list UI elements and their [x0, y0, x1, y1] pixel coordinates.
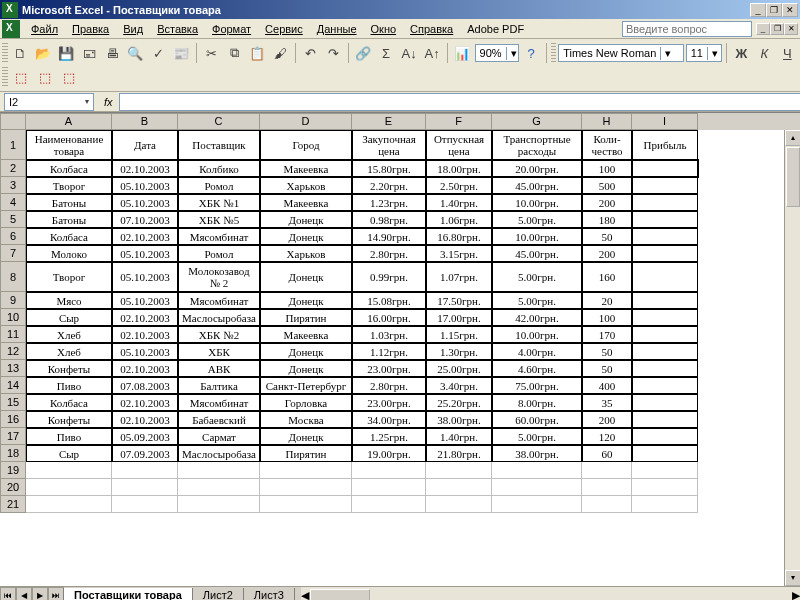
data-cell[interactable]: 75.00грн. [492, 377, 582, 394]
data-cell[interactable]: 60 [582, 445, 632, 462]
data-cell[interactable]: 05.09.2003 [112, 428, 178, 445]
pdf-convert-button[interactable]: ⬚ [10, 66, 32, 88]
maximize-button[interactable]: ❐ [766, 3, 782, 17]
prev-sheet-button[interactable]: ◀ [16, 587, 32, 600]
data-cell[interactable]: 20 [582, 292, 632, 309]
row-header[interactable]: 10 [0, 309, 26, 326]
data-cell[interactable]: 02.10.2003 [112, 326, 178, 343]
data-cell[interactable] [632, 228, 698, 245]
menu-tools[interactable]: Сервис [258, 21, 310, 37]
empty-cell[interactable] [582, 462, 632, 479]
data-cell[interactable]: Мясомбинат [178, 394, 260, 411]
header-cell[interactable]: Отпускная цена [426, 130, 492, 160]
next-sheet-button[interactable]: ▶ [32, 587, 48, 600]
data-cell[interactable]: 02.10.2003 [112, 411, 178, 428]
data-cell[interactable]: 1.12грн. [352, 343, 426, 360]
copy-button[interactable]: ⧉ [224, 42, 245, 64]
row-header[interactable]: 6 [0, 228, 26, 245]
data-cell[interactable] [632, 245, 698, 262]
empty-cell[interactable] [260, 496, 352, 513]
research-button[interactable]: 📰 [171, 42, 192, 64]
data-cell[interactable] [632, 309, 698, 326]
data-cell[interactable]: Сыр [26, 309, 112, 326]
scroll-right-button[interactable]: ▶ [792, 589, 800, 600]
menu-data[interactable]: Данные [310, 21, 364, 37]
data-cell[interactable]: 16.80грн. [426, 228, 492, 245]
data-cell[interactable]: 5.00грн. [492, 428, 582, 445]
data-cell[interactable]: 10.00грн. [492, 228, 582, 245]
data-cell[interactable] [632, 160, 698, 177]
empty-cell[interactable] [112, 496, 178, 513]
data-cell[interactable]: 1.07грн. [426, 262, 492, 292]
toolbar-grip[interactable] [2, 67, 8, 87]
sheet-tab-0[interactable]: Поставщики товара [63, 588, 193, 600]
data-cell[interactable]: Пирятин [260, 445, 352, 462]
data-cell[interactable]: 1.30грн. [426, 343, 492, 360]
data-cell[interactable] [632, 343, 698, 360]
data-cell[interactable]: Донецк [260, 262, 352, 292]
data-cell[interactable] [632, 377, 698, 394]
col-header-B[interactable]: B [112, 113, 178, 130]
pdf-review-button[interactable]: ⬚ [58, 66, 80, 88]
header-cell[interactable]: Город [260, 130, 352, 160]
empty-cell[interactable] [26, 462, 112, 479]
data-cell[interactable]: 5.00грн. [492, 211, 582, 228]
scroll-left-button[interactable]: ◀ [301, 589, 309, 600]
chevron-down-icon[interactable]: ▾ [506, 47, 518, 60]
sheet-tab-1[interactable]: Лист2 [192, 588, 244, 600]
data-cell[interactable]: Батоны [26, 211, 112, 228]
row-header[interactable]: 16 [0, 411, 26, 428]
empty-cell[interactable] [178, 479, 260, 496]
data-cell[interactable]: 3.15грн. [426, 245, 492, 262]
row-header[interactable]: 17 [0, 428, 26, 445]
data-cell[interactable]: 05.10.2003 [112, 177, 178, 194]
data-cell[interactable]: Донецк [260, 343, 352, 360]
scroll-down-button[interactable]: ▾ [785, 570, 800, 586]
data-cell[interactable]: Харьков [260, 245, 352, 262]
data-cell[interactable]: 2.50грн. [426, 177, 492, 194]
row-header[interactable]: 14 [0, 377, 26, 394]
empty-cell[interactable] [582, 496, 632, 513]
data-cell[interactable]: Конфеты [26, 411, 112, 428]
pdf-email-button[interactable]: ⬚ [34, 66, 56, 88]
font-size-combobox[interactable]: 11▾ [686, 44, 722, 62]
col-header-H[interactable]: H [582, 113, 632, 130]
ask-a-question-box[interactable] [622, 21, 752, 37]
data-cell[interactable]: 20.00грн. [492, 160, 582, 177]
hyperlink-button[interactable]: 🔗 [353, 42, 374, 64]
zoom-combobox[interactable]: 90%▾ [475, 44, 519, 62]
menu-format[interactable]: Формат [205, 21, 258, 37]
data-cell[interactable]: 8.00грн. [492, 394, 582, 411]
data-cell[interactable]: 02.10.2003 [112, 394, 178, 411]
data-cell[interactable]: Пирятин [260, 309, 352, 326]
workbook-minimize-button[interactable]: _ [756, 23, 770, 35]
print-button[interactable]: 🖶 [102, 42, 123, 64]
spellcheck-button[interactable]: ✓ [148, 42, 169, 64]
col-header-D[interactable]: D [260, 113, 352, 130]
empty-cell[interactable] [112, 479, 178, 496]
data-cell[interactable] [632, 445, 698, 462]
select-all-corner[interactable] [0, 113, 26, 130]
data-cell[interactable]: 07.08.2003 [112, 377, 178, 394]
data-cell[interactable]: 18.00грн. [426, 160, 492, 177]
data-cell[interactable]: Харьков [260, 177, 352, 194]
data-cell[interactable]: Хлеб [26, 343, 112, 360]
data-cell[interactable] [632, 411, 698, 428]
data-cell[interactable]: 21.80грн. [426, 445, 492, 462]
col-header-A[interactable]: A [26, 113, 112, 130]
data-cell[interactable]: Сармат [178, 428, 260, 445]
col-header-C[interactable]: C [178, 113, 260, 130]
data-cell[interactable]: 35 [582, 394, 632, 411]
row-header[interactable]: 21 [0, 496, 26, 513]
row-header[interactable]: 9 [0, 292, 26, 309]
bold-button[interactable]: Ж [731, 42, 752, 64]
chevron-down-icon[interactable]: ▾ [707, 47, 719, 60]
data-cell[interactable]: 05.10.2003 [112, 292, 178, 309]
data-cell[interactable]: 100 [582, 309, 632, 326]
data-cell[interactable]: 07.09.2003 [112, 445, 178, 462]
format-painter-button[interactable]: 🖌 [270, 42, 291, 64]
new-button[interactable]: 🗋 [10, 42, 31, 64]
data-cell[interactable]: 0.98грн. [352, 211, 426, 228]
data-cell[interactable]: 10.00грн. [492, 194, 582, 211]
data-cell[interactable]: 3.40грн. [426, 377, 492, 394]
